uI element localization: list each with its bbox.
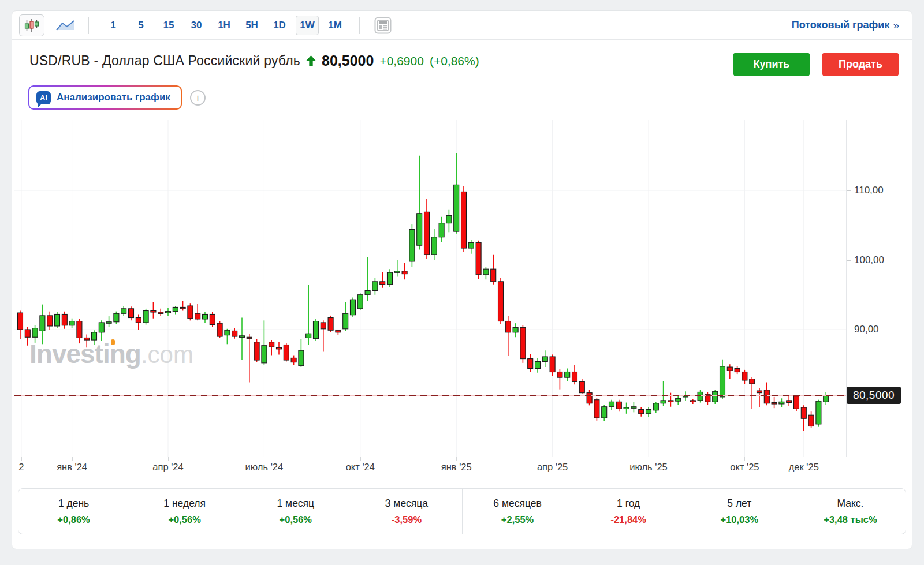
time-axis[interactable]: 2янв '24апр '24июль '24окт '24янв '25апр… <box>14 457 846 476</box>
candle[interactable] <box>328 316 333 332</box>
candle[interactable] <box>254 339 259 362</box>
candle[interactable] <box>609 400 614 410</box>
candle[interactable] <box>343 302 348 331</box>
candle[interactable] <box>306 285 311 345</box>
candle[interactable] <box>616 400 621 411</box>
candle[interactable] <box>284 343 289 361</box>
candle[interactable] <box>727 364 732 379</box>
candle[interactable] <box>47 312 53 330</box>
candle[interactable] <box>314 319 319 341</box>
candle[interactable] <box>631 402 636 412</box>
candle[interactable] <box>653 402 658 413</box>
candle[interactable] <box>476 241 481 279</box>
ai-analyze-button[interactable]: AI Анализировать график <box>28 85 182 110</box>
candle[interactable] <box>587 390 592 406</box>
candle[interactable] <box>720 360 725 399</box>
candle[interactable] <box>816 400 821 427</box>
candle[interactable] <box>713 390 718 404</box>
line-chart-button[interactable] <box>53 14 78 36</box>
candlestick-chart[interactable] <box>14 120 846 457</box>
candle[interactable] <box>188 303 193 320</box>
candle[interactable] <box>336 330 341 335</box>
candle[interactable] <box>735 366 740 374</box>
candle[interactable] <box>750 377 755 409</box>
candle[interactable] <box>158 309 163 316</box>
candle[interactable] <box>550 354 555 376</box>
candle[interactable] <box>173 306 178 314</box>
candle[interactable] <box>40 305 45 345</box>
candle[interactable] <box>210 312 215 327</box>
candle[interactable] <box>247 334 252 382</box>
candle[interactable] <box>676 396 681 405</box>
price-axis[interactable]: 110,00100,0090,0080,5000 <box>846 120 911 457</box>
candle[interactable] <box>69 319 74 328</box>
candle[interactable] <box>351 298 356 317</box>
candle[interactable] <box>99 320 104 341</box>
candle[interactable] <box>114 312 119 324</box>
candle[interactable] <box>143 309 148 325</box>
candle[interactable] <box>528 354 533 372</box>
candle[interactable] <box>166 308 171 316</box>
candle[interactable] <box>439 217 444 242</box>
candle[interactable] <box>424 199 430 259</box>
candle[interactable] <box>299 339 304 367</box>
candle[interactable] <box>468 240 474 254</box>
candle[interactable] <box>513 323 518 337</box>
candle[interactable] <box>602 405 607 421</box>
candle[interactable] <box>277 342 282 355</box>
candle[interactable] <box>84 334 90 347</box>
candle[interactable] <box>579 379 584 395</box>
candle[interactable] <box>357 293 363 310</box>
candle[interactable] <box>557 369 562 390</box>
candle[interactable] <box>32 325 38 343</box>
candle[interactable] <box>92 330 97 345</box>
candle[interactable] <box>394 260 400 277</box>
candle[interactable] <box>121 306 126 316</box>
candle[interactable] <box>195 304 200 320</box>
candle[interactable] <box>698 390 703 403</box>
candle[interactable] <box>77 319 82 343</box>
candle[interactable] <box>262 320 267 365</box>
candle[interactable] <box>772 397 777 408</box>
candle[interactable] <box>639 407 644 417</box>
candle[interactable] <box>180 301 185 311</box>
info-icon[interactable]: i <box>190 90 206 106</box>
candle[interactable] <box>483 267 489 280</box>
candle[interactable] <box>757 388 762 407</box>
candle[interactable] <box>203 312 208 323</box>
candle[interactable] <box>498 278 504 324</box>
candle[interactable] <box>365 257 370 301</box>
candle[interactable] <box>461 186 467 252</box>
candle[interactable] <box>446 210 452 233</box>
candle[interactable] <box>505 316 511 356</box>
candle[interactable] <box>380 272 385 288</box>
candle[interactable] <box>291 356 296 365</box>
candle[interactable] <box>690 399 695 404</box>
candle[interactable] <box>25 327 30 346</box>
candle[interactable] <box>808 411 814 428</box>
news-panel-button[interactable] <box>370 14 396 36</box>
candle[interactable] <box>594 398 599 421</box>
streaming-chart-link[interactable]: Потоковый график » <box>792 19 899 32</box>
candle[interactable] <box>542 350 547 367</box>
timeframe-15[interactable]: 15 <box>157 16 180 35</box>
candle[interactable] <box>787 395 792 406</box>
candle[interactable] <box>779 398 784 407</box>
candlestick-chart-button[interactable] <box>19 14 44 36</box>
candle[interactable] <box>129 306 134 320</box>
candle[interactable] <box>764 383 769 406</box>
candle[interactable] <box>409 224 415 267</box>
candle[interactable] <box>624 403 629 414</box>
buy-button[interactable]: Купить <box>733 53 810 76</box>
candle[interactable] <box>18 310 23 339</box>
candle[interactable] <box>646 407 651 417</box>
candle[interactable] <box>801 405 806 431</box>
candle[interactable] <box>136 314 141 330</box>
candle[interactable] <box>321 320 326 351</box>
sell-button[interactable]: Продать <box>822 53 899 76</box>
candle[interactable] <box>225 329 230 345</box>
candle[interactable] <box>535 358 541 372</box>
candle[interactable] <box>742 370 747 384</box>
candle[interactable] <box>402 263 407 279</box>
candle[interactable] <box>55 312 60 328</box>
